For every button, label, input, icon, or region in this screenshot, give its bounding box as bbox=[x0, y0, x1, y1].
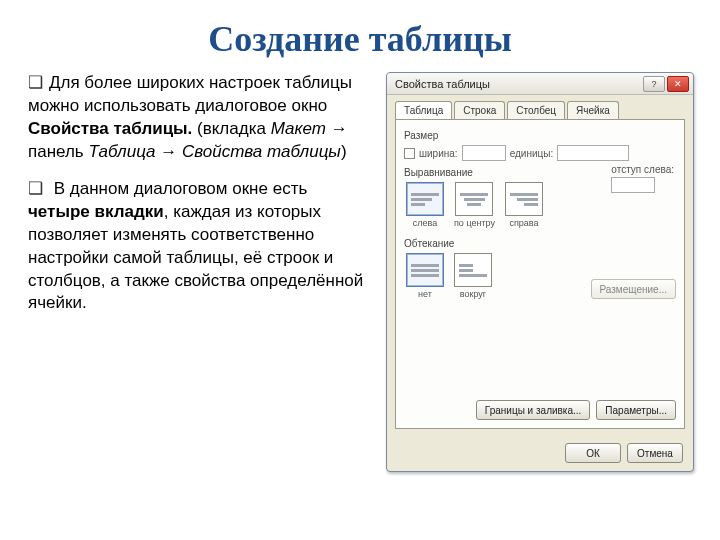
close-button[interactable]: ✕ bbox=[667, 76, 689, 92]
p1-arr2: → bbox=[156, 142, 182, 161]
p1-bold: Свойства таблицы. bbox=[28, 119, 192, 138]
borders-button[interactable]: Границы и заливка... bbox=[476, 400, 591, 420]
align-right-caption: справа bbox=[509, 218, 538, 228]
position-button[interactable]: Размещение... bbox=[591, 279, 677, 299]
p1-i1: Макет bbox=[271, 119, 326, 138]
p2-prefix: В данном диалоговом окне есть bbox=[49, 179, 307, 198]
dialog-buttons: ОК Отмена bbox=[565, 443, 683, 463]
paragraph-2: В данном диалоговом окне есть четыре вкл… bbox=[28, 178, 368, 316]
wrap-none-icon bbox=[406, 253, 444, 287]
align-left-icon bbox=[406, 182, 444, 216]
p1-i3: Свойства таблицы bbox=[182, 142, 341, 161]
tab-row[interactable]: Строка bbox=[454, 101, 505, 119]
bullet-icon bbox=[28, 179, 49, 198]
align-right-icon bbox=[505, 182, 543, 216]
indent-block: отступ слева: bbox=[611, 164, 674, 193]
p1-a2: ) bbox=[341, 142, 347, 161]
wrap-around[interactable]: вокруг bbox=[454, 253, 492, 299]
align-center-caption: по центру bbox=[454, 218, 495, 228]
tab-pane: Размер ширина: единицы: Выравнивание отс… bbox=[395, 119, 685, 429]
p1-i2: Таблица bbox=[88, 142, 155, 161]
width-input[interactable] bbox=[462, 145, 506, 161]
align-center[interactable]: по центру bbox=[454, 182, 495, 228]
width-checkbox[interactable] bbox=[404, 148, 415, 159]
wrap-options: нет вокруг Размещение... bbox=[406, 253, 676, 299]
align-right[interactable]: справа bbox=[505, 182, 543, 228]
content-area: Для более широких настроек таблицы можно… bbox=[0, 72, 720, 472]
titlebar: Свойства таблицы ? ✕ bbox=[387, 73, 693, 95]
wrap-none[interactable]: нет bbox=[406, 253, 444, 299]
width-label: ширина: bbox=[419, 148, 458, 159]
width-row: ширина: единицы: bbox=[404, 145, 676, 161]
units-select[interactable] bbox=[557, 145, 629, 161]
tab-column[interactable]: Столбец bbox=[507, 101, 565, 119]
p2-bold: четыре вкладки bbox=[28, 202, 164, 221]
p1-a1: (вкладка bbox=[192, 119, 270, 138]
align-center-icon bbox=[455, 182, 493, 216]
align-left[interactable]: слева bbox=[406, 182, 444, 228]
units-label: единицы: bbox=[510, 148, 554, 159]
left-column: Для более широких настроек таблицы можно… bbox=[28, 72, 368, 472]
cancel-button[interactable]: Отмена bbox=[627, 443, 683, 463]
paragraph-1: Для более широких настроек таблицы можно… bbox=[28, 72, 368, 164]
dialog-title: Свойства таблицы bbox=[391, 78, 641, 90]
pane-bottom-buttons: Границы и заливка... Параметры... bbox=[404, 400, 676, 420]
table-properties-dialog: Свойства таблицы ? ✕ Таблица Строка Стол… bbox=[386, 72, 694, 472]
indent-input[interactable] bbox=[611, 177, 655, 193]
indent-label: отступ слева: bbox=[611, 164, 674, 175]
tab-cell[interactable]: Ячейка bbox=[567, 101, 619, 119]
wrap-group-label: Обтекание bbox=[404, 238, 676, 249]
wrap-around-caption: вокруг bbox=[460, 289, 486, 299]
wrap-none-caption: нет bbox=[418, 289, 432, 299]
size-group-label: Размер bbox=[404, 130, 676, 141]
wrap-around-icon bbox=[454, 253, 492, 287]
tab-table[interactable]: Таблица bbox=[395, 101, 452, 119]
options-button[interactable]: Параметры... bbox=[596, 400, 676, 420]
align-left-caption: слева bbox=[413, 218, 437, 228]
dialog-screenshot: Свойства таблицы ? ✕ Таблица Строка Стол… bbox=[386, 72, 696, 472]
p1-text: Для более широких настроек таблицы можно… bbox=[28, 73, 352, 115]
help-button[interactable]: ? bbox=[643, 76, 665, 92]
tabstrip: Таблица Строка Столбец Ячейка bbox=[387, 95, 693, 119]
ok-button[interactable]: ОК bbox=[565, 443, 621, 463]
slide-title: Создание таблицы bbox=[0, 0, 720, 72]
bullet-icon bbox=[28, 73, 49, 92]
